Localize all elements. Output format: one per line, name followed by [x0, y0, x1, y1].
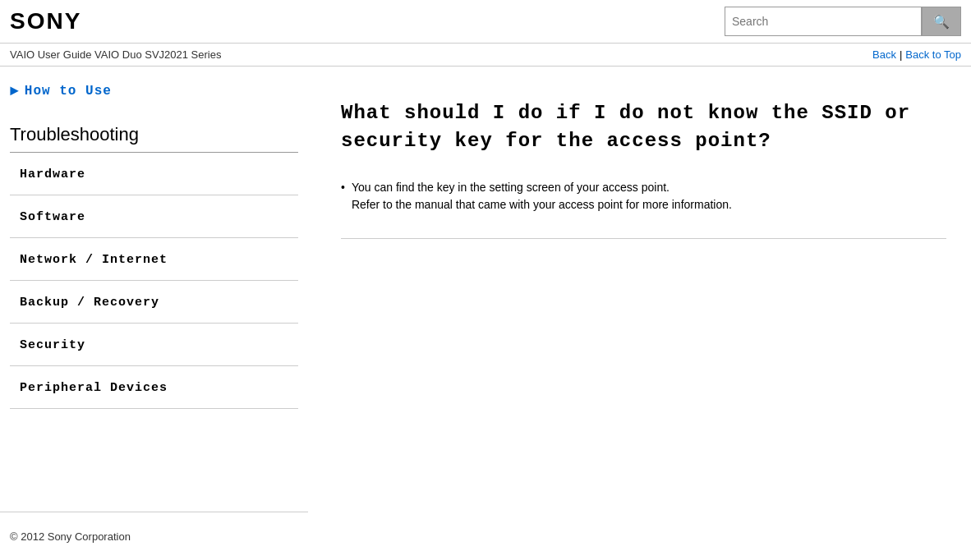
sidebar-item-hardware[interactable]: Hardware — [10, 153, 298, 195]
footer: © 2012 Sony Corporation — [0, 512, 308, 560]
sidebar-item-security[interactable]: Security — [10, 324, 298, 366]
content-area: What should I do if I do not know the SS… — [308, 67, 971, 425]
search-input[interactable] — [725, 7, 922, 36]
sidebar: ► How to Use Troubleshooting Hardware So… — [0, 67, 308, 425]
bullet-item: • You can find the key in the setting sc… — [341, 179, 946, 213]
sidebar-item-software[interactable]: Software — [10, 195, 298, 238]
page-heading: What should I do if I do not know the SS… — [341, 99, 946, 154]
nav-links: Back | Back to Top — [872, 48, 961, 61]
content-body: • You can find the key in the setting sc… — [341, 179, 946, 213]
bullet-text: You can find the key in the setting scre… — [352, 179, 732, 213]
sidebar-item-peripheral-label: Peripheral Devices — [20, 381, 168, 395]
sidebar-item-peripheral[interactable]: Peripheral Devices — [10, 366, 298, 409]
sidebar-item-backup[interactable]: Backup / Recovery — [10, 281, 298, 324]
search-button[interactable]: 🔍 — [922, 7, 961, 36]
header: SONY 🔍 — [0, 0, 971, 44]
back-link[interactable]: Back — [872, 48, 896, 61]
sidebar-item-hardware-label: Hardware — [20, 168, 85, 181]
back-to-top-link[interactable]: Back to Top — [905, 48, 961, 61]
main-content: ► How to Use Troubleshooting Hardware So… — [0, 67, 971, 425]
nav-bar: VAIO User Guide VAIO Duo SVJ2021 Series … — [0, 44, 971, 67]
logo-area: SONY — [10, 8, 81, 34]
troubleshooting-heading: Troubleshooting — [10, 124, 298, 145]
search-area: 🔍 — [725, 7, 961, 36]
breadcrumb: VAIO User Guide VAIO Duo SVJ2021 Series — [10, 48, 221, 61]
bullet-line1: You can find the key in the setting scre… — [352, 181, 670, 194]
sidebar-item-network[interactable]: Network / Internet — [10, 238, 298, 281]
search-icon: 🔍 — [933, 14, 950, 30]
how-to-use-link[interactable]: ► How to Use — [10, 83, 298, 99]
chevron-right-icon: ► — [10, 83, 20, 99]
bullet-icon: • — [341, 181, 345, 194]
sidebar-item-backup-label: Backup / Recovery — [20, 296, 159, 310]
sony-logo: SONY — [10, 8, 81, 34]
sidebar-item-security-label: Security — [20, 338, 85, 352]
copyright-text: © 2012 Sony Corporation — [10, 530, 131, 543]
bullet-line2: Refer to the manual that came with your … — [352, 198, 732, 211]
sidebar-item-network-label: Network / Internet — [20, 253, 168, 267]
content-divider — [341, 238, 946, 239]
nav-separator: | — [900, 48, 902, 61]
how-to-use-section: ► How to Use — [10, 83, 298, 99]
sidebar-item-software-label: Software — [20, 210, 85, 224]
how-to-use-label: How to Use — [25, 84, 112, 99]
